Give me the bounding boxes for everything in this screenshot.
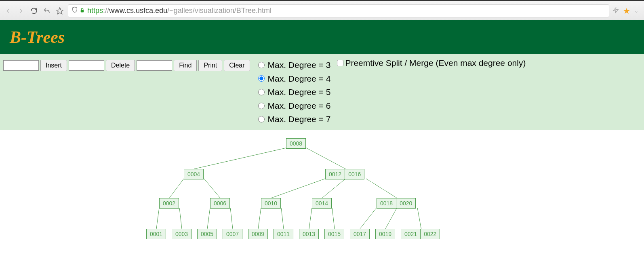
svg-line-4 bbox=[306, 148, 346, 169]
tree-key: 0009 bbox=[248, 229, 267, 239]
tree-key: 0004 bbox=[184, 169, 203, 179]
degree-label: Max. Degree = 3 bbox=[268, 58, 331, 72]
tree-key: 0021 bbox=[401, 229, 420, 239]
tree-node: 0015 bbox=[324, 229, 344, 239]
tree-node: 0008 bbox=[286, 138, 306, 149]
tree-key: 0018 bbox=[377, 198, 396, 208]
chevron-down-icon[interactable]: ⌄ bbox=[634, 8, 638, 14]
find-input[interactable] bbox=[137, 60, 172, 71]
url-text: https://www.cs.usfca.edu/~galles/visuali… bbox=[87, 6, 271, 15]
page-header: B-Trees bbox=[0, 20, 644, 54]
tree-key: 0014 bbox=[312, 198, 331, 208]
tree-key: 0006 bbox=[210, 198, 229, 208]
tree-key: 0020 bbox=[396, 198, 415, 208]
tree-key: 0011 bbox=[274, 229, 293, 239]
lightning-icon[interactable] bbox=[612, 7, 619, 15]
tree-node: 00210022 bbox=[401, 229, 440, 239]
tree-node: 0011 bbox=[274, 229, 293, 239]
favorite-star-icon[interactable]: ★ bbox=[623, 6, 630, 16]
degree-label: Max. Degree = 5 bbox=[268, 85, 331, 99]
degree-radio-7[interactable] bbox=[258, 116, 265, 122]
tree-node: 0005 bbox=[197, 229, 217, 239]
tree-node: 0017 bbox=[350, 229, 370, 239]
insert-input[interactable] bbox=[3, 60, 39, 71]
svg-line-10 bbox=[156, 208, 159, 229]
find-button[interactable]: Find bbox=[174, 60, 197, 71]
tree-key: 0015 bbox=[325, 229, 344, 239]
svg-line-13 bbox=[230, 208, 233, 229]
tree-canvas: 0008000400120016000200060010001400180020… bbox=[0, 130, 644, 268]
controls-bar: Insert Delete Find Print Clear Max. Degr… bbox=[0, 54, 644, 130]
tree-node: 00120016 bbox=[325, 169, 364, 179]
tree-key: 0002 bbox=[160, 198, 179, 208]
tree-node: 00180020 bbox=[377, 198, 416, 209]
tree-key: 0005 bbox=[198, 229, 217, 239]
degree-label: Max. Degree = 6 bbox=[268, 99, 331, 113]
tree-node: 0003 bbox=[172, 229, 192, 239]
clear-button[interactable]: Clear bbox=[224, 60, 250, 71]
svg-line-9 bbox=[366, 179, 397, 198]
svg-line-3 bbox=[194, 148, 286, 169]
tree-key: 0007 bbox=[223, 229, 242, 239]
svg-line-17 bbox=[332, 208, 335, 229]
tree-key: 0003 bbox=[172, 229, 191, 239]
svg-line-19 bbox=[385, 208, 397, 229]
page-title: B-Trees bbox=[10, 27, 634, 47]
tree-node: 0001 bbox=[146, 229, 166, 239]
undo-button[interactable] bbox=[42, 6, 52, 16]
tree-key: 0019 bbox=[376, 229, 395, 239]
tree-node: 0002 bbox=[159, 198, 179, 209]
tree-key: 0017 bbox=[350, 229, 369, 239]
insert-button[interactable]: Insert bbox=[40, 60, 67, 71]
tree-node: 0007 bbox=[223, 229, 242, 239]
tree-key: 0012 bbox=[326, 169, 345, 179]
svg-rect-1 bbox=[81, 10, 84, 12]
url-bar[interactable]: https://www.cs.usfca.edu/~galles/visuali… bbox=[68, 4, 609, 17]
print-button[interactable]: Print bbox=[198, 60, 222, 71]
tree-key: 0013 bbox=[299, 229, 318, 239]
degree-radio-group: Max. Degree = 3Max. Degree = 4Max. Degre… bbox=[258, 58, 331, 126]
svg-line-7 bbox=[271, 179, 325, 198]
tree-node: 0006 bbox=[210, 198, 230, 209]
nav-forward-button[interactable] bbox=[16, 6, 26, 16]
svg-line-5 bbox=[169, 179, 184, 198]
tree-node: 0013 bbox=[299, 229, 319, 239]
tree-node: 0014 bbox=[312, 198, 332, 209]
lock-icon bbox=[80, 8, 85, 14]
degree-radio-5[interactable] bbox=[258, 89, 265, 95]
tree-key: 0022 bbox=[421, 229, 440, 239]
delete-button[interactable]: Delete bbox=[106, 60, 135, 71]
degree-radio-3[interactable] bbox=[258, 62, 265, 68]
svg-line-11 bbox=[179, 208, 182, 229]
delete-input[interactable] bbox=[69, 60, 104, 71]
degree-radio-4[interactable] bbox=[258, 75, 265, 82]
tree-node: 0010 bbox=[261, 198, 281, 209]
svg-line-20 bbox=[417, 208, 421, 229]
svg-line-12 bbox=[207, 208, 210, 229]
preemptive-label: Preemtive Split / Merge (Even max degree… bbox=[345, 58, 526, 68]
degree-label: Max. Degree = 4 bbox=[268, 72, 331, 86]
bookmark-star-button[interactable] bbox=[55, 6, 65, 16]
shield-icon bbox=[72, 6, 78, 15]
svg-line-6 bbox=[204, 179, 220, 198]
tree-key: 0010 bbox=[261, 198, 280, 208]
tree-node: 0019 bbox=[375, 229, 395, 239]
nav-back-button[interactable] bbox=[3, 6, 13, 16]
svg-line-18 bbox=[360, 208, 377, 229]
browser-toolbar: https://www.cs.usfca.edu/~galles/visuali… bbox=[0, 0, 644, 20]
svg-marker-2 bbox=[613, 7, 618, 13]
tree-key: 0001 bbox=[147, 229, 166, 239]
degree-label: Max. Degree = 7 bbox=[268, 112, 331, 126]
tree-node: 0009 bbox=[248, 229, 268, 239]
degree-radio-6[interactable] bbox=[258, 103, 265, 109]
tree-node: 0004 bbox=[184, 169, 204, 179]
svg-line-16 bbox=[309, 208, 312, 229]
svg-marker-0 bbox=[57, 7, 63, 14]
svg-line-8 bbox=[322, 179, 346, 198]
preemptive-checkbox[interactable] bbox=[337, 60, 343, 66]
tree-key: 0008 bbox=[286, 139, 305, 148]
reload-button[interactable] bbox=[29, 6, 39, 16]
tree-key: 0016 bbox=[345, 169, 364, 179]
svg-line-14 bbox=[258, 208, 261, 229]
svg-line-15 bbox=[281, 208, 284, 229]
